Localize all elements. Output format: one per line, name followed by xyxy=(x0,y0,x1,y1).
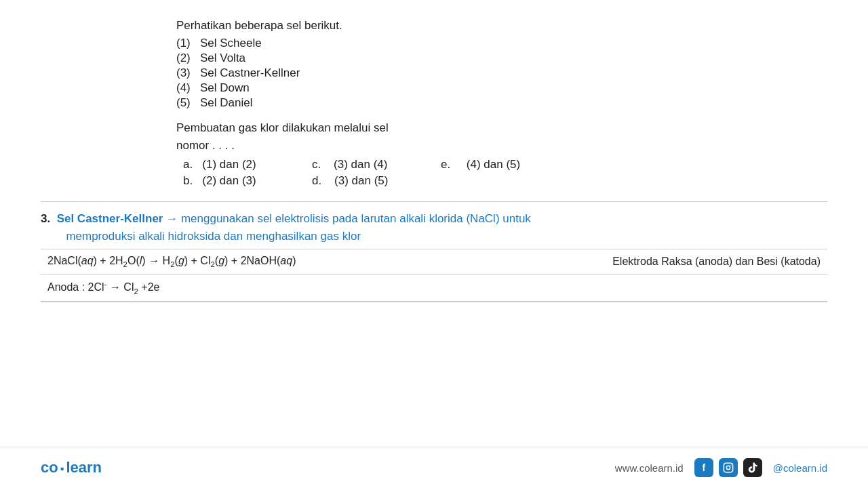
item-name: Sel Daniel xyxy=(200,96,253,109)
footer-right: www.colearn.id f @colearn.id xyxy=(615,458,827,477)
list-item: (3) Sel Castner-Kellner xyxy=(176,66,827,80)
answer-description: menggunakan sel elektrolisis pada laruta… xyxy=(181,212,531,225)
svg-rect-0 xyxy=(724,463,732,472)
footer-handle: @colearn.id xyxy=(773,462,827,474)
facebook-icon: f xyxy=(694,458,713,477)
formula-anoda: Anoda : 2Cl- → Cl2 +2e xyxy=(41,274,827,302)
item-name: Sel Scheele xyxy=(200,37,262,49)
svg-point-2 xyxy=(730,465,731,466)
formula-row-anoda: Anoda : 2Cl- → Cl2 +2e xyxy=(41,274,827,302)
answer-e: e. (4) dan (5) xyxy=(441,158,549,171)
answer-row-1: a. (1) dan (2) c. (3) dan (4) e. (4) dan… xyxy=(183,158,827,171)
tiktok-icon xyxy=(743,458,762,477)
item-name: Sel Volta xyxy=(200,52,245,64)
question-line2: nomor . . . . xyxy=(176,139,235,152)
formula-main: 2NaCl(aq) + 2H2O(l) → H2(g) + Cl2(g) + 2… xyxy=(41,249,513,274)
answer-arrow: → xyxy=(163,212,180,225)
answer-c: c. (3) dan (4) xyxy=(312,158,420,171)
answer-description2: memproduksi alkali hidroksida dan mengha… xyxy=(66,230,361,243)
logo-learn: learn xyxy=(66,459,102,476)
answer-a: a. (1) dan (2) xyxy=(183,158,292,171)
formula-table: 2NaCl(aq) + 2H2O(l) → H2(g) + Cl2(g) + 2… xyxy=(41,249,827,302)
footer-website: www.colearn.id xyxy=(615,462,684,474)
answer-row-2: b. (2) dan (3) d. (3) dan (5) xyxy=(183,174,827,188)
question-intro: Perhatikan beberapa sel berikut. xyxy=(176,19,827,33)
answer-header: 3. Sel Castner-Kellner → menggunakan sel… xyxy=(41,210,827,245)
item-number: (4) xyxy=(176,81,200,94)
list-item: (2) Sel Volta xyxy=(176,52,827,65)
formula-right: Elektroda Raksa (anoda) dan Besi (katoda… xyxy=(513,249,827,274)
instagram-icon xyxy=(719,458,738,477)
item-name: Sel Castner-Kellner xyxy=(200,66,300,79)
answer-d: d. (3) dan (5) xyxy=(312,174,420,188)
question-block: Perhatikan beberapa sel berikut. (1) Sel… xyxy=(176,19,827,188)
item-number: (1) xyxy=(176,37,200,49)
logo-co: co xyxy=(41,459,58,476)
answer-options: a. (1) dan (2) c. (3) dan (4) e. (4) dan… xyxy=(183,158,827,188)
item-number: (2) xyxy=(176,52,200,64)
question-text: Pembuatan gas klor dilakukan melalui sel… xyxy=(176,119,827,154)
svg-point-1 xyxy=(726,466,730,469)
question-line1: Pembuatan gas klor dilakukan melalui sel xyxy=(176,121,389,134)
sel-list: (1) Sel Scheele (2) Sel Volta (3) Sel Ca… xyxy=(176,37,827,110)
answer-number: 3. xyxy=(41,212,57,225)
footer: co·learn www.colearn.id f xyxy=(0,447,868,488)
answer-section: 3. Sel Castner-Kellner → menggunakan sel… xyxy=(41,201,827,302)
list-item: (4) Sel Down xyxy=(176,81,827,95)
item-number: (3) xyxy=(176,66,200,79)
answer-highlight: Sel Castner-Kellner xyxy=(57,212,163,225)
formula-row-main: 2NaCl(aq) + 2H2O(l) → H2(g) + Cl2(g) + 2… xyxy=(41,249,827,274)
social-icons: f xyxy=(694,458,762,477)
list-item: (1) Sel Scheele xyxy=(176,37,827,50)
answer-b: b. (2) dan (3) xyxy=(183,174,292,188)
footer-logo: co·learn xyxy=(41,459,102,476)
item-number: (5) xyxy=(176,96,200,109)
item-name: Sel Down xyxy=(200,81,250,94)
list-item: (5) Sel Daniel xyxy=(176,96,827,110)
